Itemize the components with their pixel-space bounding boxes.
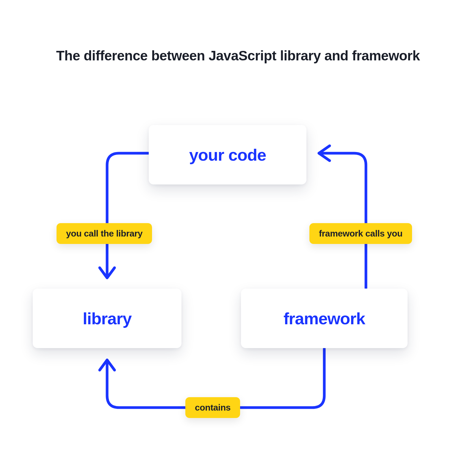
edge-label-right-text: framework calls you (319, 228, 403, 239)
node-your-code-label: your code (189, 145, 266, 165)
diagram-stage: The difference between JavaScript librar… (0, 0, 476, 476)
arrow-yourcode-to-library (107, 153, 148, 277)
node-framework: framework (241, 289, 408, 348)
edge-label-you-call-the-library: you call the library (57, 223, 152, 244)
node-library-label: library (83, 309, 131, 328)
arrowhead-up-icon (100, 360, 115, 370)
arrow-framework-to-yourcode (319, 153, 366, 288)
diagram-title: The difference between JavaScript librar… (0, 48, 476, 64)
node-your-code: your code (149, 125, 306, 184)
edge-label-contains: contains (185, 397, 240, 418)
arrowhead-down-icon (100, 268, 115, 278)
edge-label-bottom-text: contains (195, 403, 231, 413)
arrowhead-left-icon (319, 146, 330, 161)
edge-label-framework-calls-you: framework calls you (309, 223, 412, 244)
edge-label-left-text: you call the library (66, 228, 143, 239)
node-framework-label: framework (284, 309, 365, 328)
node-library: library (33, 289, 181, 348)
